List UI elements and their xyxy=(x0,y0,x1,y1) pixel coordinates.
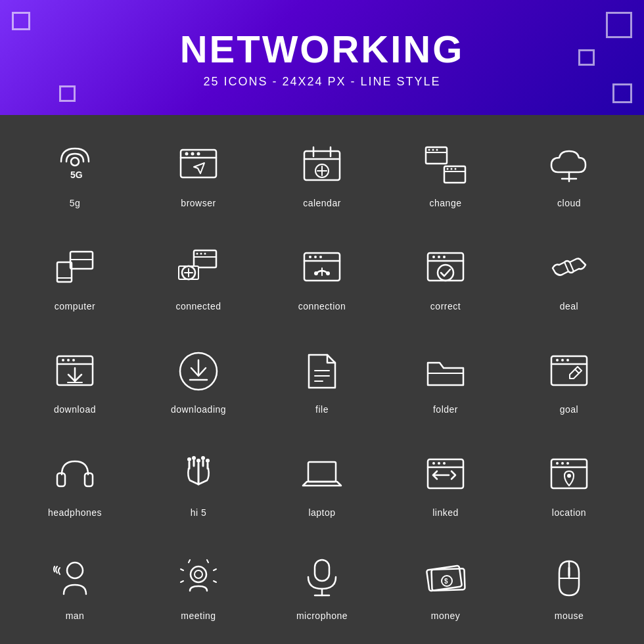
svg-point-82 xyxy=(196,459,200,463)
icon-cell-folder: folder xyxy=(384,328,507,431)
corner-decoration-bl xyxy=(59,85,76,102)
icon-cell-hi5: hi 5 xyxy=(137,431,260,534)
meeting-icon xyxy=(172,551,225,604)
svg-text:$: $ xyxy=(444,578,448,585)
svg-point-23 xyxy=(455,168,457,170)
svg-point-80 xyxy=(201,456,205,460)
connected-label: connected xyxy=(175,301,221,311)
download-icon xyxy=(49,345,101,398)
connected-icon xyxy=(172,242,225,294)
svg-point-0 xyxy=(71,158,79,166)
svg-point-55 xyxy=(438,265,453,281)
svg-rect-76 xyxy=(57,473,65,486)
icon-cell-mouse: mouse xyxy=(507,534,631,637)
cloud-icon xyxy=(543,139,595,191)
svg-point-79 xyxy=(187,457,191,461)
svg-point-48 xyxy=(326,271,330,275)
connection-label: connection xyxy=(298,301,346,311)
svg-point-53 xyxy=(438,256,440,258)
svg-point-34 xyxy=(204,252,206,254)
svg-point-81 xyxy=(206,459,210,463)
headphones-icon xyxy=(49,448,101,501)
icon-cell-linked: linked xyxy=(384,431,507,534)
file-icon xyxy=(296,345,348,398)
icon-cell-computer: computer xyxy=(13,225,137,328)
svg-point-93 xyxy=(561,462,564,465)
svg-point-60 xyxy=(72,359,75,361)
svg-point-46 xyxy=(319,256,322,258)
icon-cell-5g: 5G 5g xyxy=(13,122,137,225)
deal-label: deal xyxy=(560,301,578,311)
svg-point-6 xyxy=(197,152,200,155)
corner-decoration-tr xyxy=(606,12,632,38)
icon-cell-downloading: downloading xyxy=(137,328,260,431)
svg-point-18 xyxy=(436,149,438,150)
downloading-icon xyxy=(172,345,225,398)
icon-cell-laptop: laptop xyxy=(260,431,384,534)
hi5-icon xyxy=(172,448,225,501)
svg-point-21 xyxy=(447,168,449,170)
svg-text:5G: 5G xyxy=(70,170,83,180)
svg-line-75 xyxy=(575,369,579,373)
computer-icon xyxy=(49,242,101,294)
correct-icon xyxy=(419,242,472,294)
icon-cell-microphone: microphone xyxy=(260,534,384,637)
icon-cell-goal: goal xyxy=(507,328,631,431)
header: NETWORKING 25 ICONS - 24X24 PX - LINE ST… xyxy=(0,0,644,115)
svg-point-33 xyxy=(200,252,202,254)
downloading-label: downloading xyxy=(171,404,226,415)
location-icon xyxy=(543,448,595,501)
correct-label: correct xyxy=(430,301,461,311)
folder-icon xyxy=(419,345,472,398)
money-label: money xyxy=(431,610,461,621)
svg-point-5 xyxy=(191,152,195,155)
svg-point-92 xyxy=(556,462,559,465)
icon-cell-cloud: cloud xyxy=(507,122,631,225)
svg-point-47 xyxy=(314,271,318,275)
man-icon xyxy=(49,551,101,604)
svg-rect-99 xyxy=(315,560,329,581)
svg-point-54 xyxy=(443,256,446,258)
svg-point-16 xyxy=(428,149,430,150)
svg-point-4 xyxy=(185,152,189,155)
goal-label: goal xyxy=(560,404,578,415)
svg-point-86 xyxy=(432,462,435,465)
microphone-label: microphone xyxy=(296,610,348,621)
page-title: NETWORKING xyxy=(180,27,465,71)
5g-icon: 5G xyxy=(49,139,101,191)
svg-point-97 xyxy=(191,566,206,582)
icon-cell-connected: connected xyxy=(137,225,260,328)
svg-point-94 xyxy=(566,462,569,465)
svg-point-73 xyxy=(561,359,564,361)
icon-cell-calendar: calendar xyxy=(260,122,384,225)
svg-point-88 xyxy=(443,462,446,465)
mouse-label: mouse xyxy=(555,610,584,621)
browser-icon xyxy=(172,139,225,191)
deal-icon xyxy=(543,242,595,294)
svg-point-44 xyxy=(309,256,311,258)
laptop-icon xyxy=(296,448,348,501)
svg-point-17 xyxy=(432,149,434,150)
folder-label: folder xyxy=(433,404,458,415)
browser-label: browser xyxy=(181,198,216,208)
money-icon: $ xyxy=(419,551,472,604)
change-icon xyxy=(419,139,472,191)
page-subtitle: 25 ICONS - 24X24 PX - LINE STYLE xyxy=(203,75,440,89)
icon-cell-connection: connection xyxy=(260,225,384,328)
change-label: change xyxy=(430,198,462,208)
download-label: download xyxy=(54,404,96,415)
svg-point-98 xyxy=(195,570,202,578)
icon-cell-download: download xyxy=(13,328,137,431)
calendar-icon xyxy=(296,139,348,191)
icon-cell-deal: deal xyxy=(507,225,631,328)
svg-point-45 xyxy=(314,256,317,258)
corner-decoration-br xyxy=(612,83,632,103)
svg-rect-27 xyxy=(57,262,72,282)
icon-cell-headphones: headphones xyxy=(13,431,137,534)
meeting-label: meeting xyxy=(181,610,216,621)
icon-cell-meeting: meeting xyxy=(137,534,260,637)
headphones-label: headphones xyxy=(48,507,102,518)
svg-rect-77 xyxy=(85,473,93,486)
5g-label: 5g xyxy=(70,198,81,208)
icon-cell-correct: correct xyxy=(384,225,507,328)
